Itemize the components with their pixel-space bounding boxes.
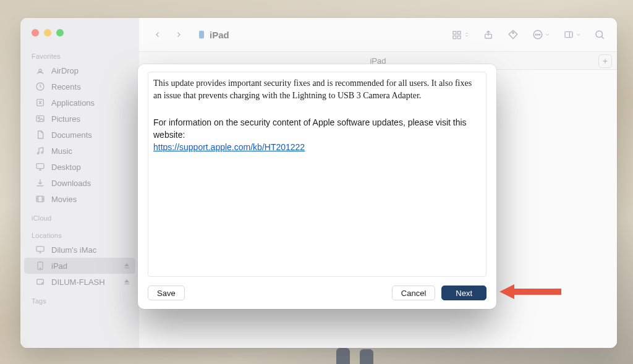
svg-rect-9 — [36, 247, 44, 252]
panel-button[interactable] — [561, 28, 582, 41]
movie-icon — [35, 194, 45, 204]
music-icon — [35, 146, 45, 156]
back-button[interactable] — [149, 27, 166, 42]
share-button[interactable] — [481, 28, 496, 41]
sidebar-item-label: Applications — [51, 98, 95, 108]
sidebar-item-label: Documents — [51, 130, 92, 140]
eject-icon[interactable] — [123, 278, 130, 286]
sidebar-item-label: Recents — [51, 82, 81, 91]
svg-point-0 — [39, 69, 41, 72]
sidebar-section-favorites: Favorites — [20, 45, 139, 62]
sidebar-item-label: Movies — [51, 195, 77, 204]
sidebar-item-label: iPad — [51, 261, 67, 271]
sidebar-item-label: Pictures — [51, 114, 80, 124]
download-icon — [35, 178, 45, 188]
sidebar-item-label: AirDrop — [51, 66, 79, 75]
forward-button[interactable] — [170, 27, 187, 42]
svg-point-5 — [37, 153, 39, 154]
sidebar-item-ipad[interactable]: iPad — [24, 258, 135, 274]
sidebar-item-recents[interactable]: Recents — [24, 78, 135, 95]
security-link[interactable]: https://support.apple.com/kb/HT201222 — [153, 142, 305, 152]
drive-icon — [35, 277, 45, 287]
sidebar-item-desktop[interactable]: Desktop — [24, 159, 135, 175]
sidebar-item-label: Dilum's iMac — [51, 245, 96, 255]
svg-rect-14 — [200, 31, 204, 38]
image-icon — [35, 114, 45, 124]
doc-icon — [35, 130, 45, 140]
sidebar-item-pictures[interactable]: Pictures — [24, 111, 135, 127]
svg-rect-8 — [36, 196, 44, 201]
svg-point-20 — [512, 32, 514, 33]
sidebar: Favorites AirDrop Recents Applications P… — [20, 18, 139, 348]
sidebar-item-label: DILUM-FLASH — [51, 277, 105, 287]
imac-icon — [35, 245, 45, 255]
sidebar-item-imac[interactable]: Dilum's iMac — [24, 242, 135, 258]
sidebar-item-airdrop[interactable]: AirDrop — [24, 62, 135, 78]
close-icon[interactable] — [32, 29, 39, 36]
toolbar: iPad — [139, 18, 617, 51]
sidebar-section-icloud: iCloud — [20, 207, 139, 224]
window-traffic-lights[interactable] — [20, 25, 139, 45]
svg-point-13 — [42, 282, 43, 283]
view-options-button[interactable] — [450, 28, 471, 41]
actions-button[interactable] — [530, 28, 551, 41]
app-icon — [35, 98, 45, 108]
window-title: iPad — [210, 30, 229, 40]
svg-rect-25 — [565, 32, 572, 37]
zoom-icon[interactable] — [56, 29, 64, 36]
sidebar-item-movies[interactable]: Movies — [24, 191, 135, 207]
update-info-text: For information on the security content … — [153, 116, 480, 142]
svg-point-4 — [38, 117, 40, 119]
update-description: This update provides important security … — [153, 77, 480, 103]
sidebar-item-label: Downloads — [51, 179, 91, 188]
cancel-button[interactable]: Cancel — [392, 286, 435, 300]
eject-icon[interactable] — [123, 262, 130, 269]
toolbar-title: iPad — [197, 29, 229, 40]
svg-point-24 — [539, 34, 540, 35]
svg-rect-3 — [36, 116, 44, 121]
svg-point-11 — [40, 268, 40, 268]
svg-point-23 — [537, 34, 538, 35]
svg-point-6 — [41, 151, 43, 153]
sidebar-item-label: Music — [51, 146, 72, 156]
sidebar-section-tags: Tags — [20, 290, 139, 307]
sidebar-item-label: Desktop — [51, 163, 81, 172]
svg-rect-18 — [457, 36, 461, 39]
sidebar-item-music[interactable]: Music — [24, 143, 135, 159]
sidebar-item-downloads[interactable]: Downloads — [24, 175, 135, 191]
svg-rect-17 — [453, 36, 456, 39]
new-tab-button[interactable]: ＋ — [598, 54, 612, 68]
clock-icon — [35, 82, 45, 91]
svg-point-22 — [535, 34, 537, 35]
annotation-arrow — [499, 283, 561, 300]
tags-button[interactable] — [506, 28, 520, 41]
modal-button-row: Save Cancel Next — [148, 277, 486, 300]
svg-marker-27 — [499, 284, 561, 299]
sidebar-item-applications[interactable]: Applications — [24, 95, 135, 111]
svg-rect-16 — [457, 32, 461, 35]
wallpaper-detail — [334, 348, 376, 364]
minimize-icon[interactable] — [44, 29, 51, 36]
svg-rect-7 — [36, 164, 44, 169]
update-modal: This update provides important security … — [138, 64, 496, 309]
ipad-icon — [197, 29, 206, 40]
sidebar-section-locations: Locations — [20, 224, 139, 242]
search-button[interactable] — [592, 28, 607, 41]
svg-point-26 — [596, 31, 603, 38]
sidebar-item-dilum-flash[interactable]: DILUM-FLASH — [24, 274, 135, 290]
next-button[interactable]: Next — [441, 286, 486, 300]
sidebar-item-documents[interactable]: Documents — [24, 127, 135, 143]
svg-rect-15 — [453, 32, 456, 35]
desktop-icon — [35, 162, 45, 172]
ipad-icon — [35, 261, 45, 271]
airdrop-icon — [35, 66, 45, 75]
save-button[interactable]: Save — [148, 286, 185, 300]
update-notes[interactable]: This update provides important security … — [148, 72, 486, 277]
